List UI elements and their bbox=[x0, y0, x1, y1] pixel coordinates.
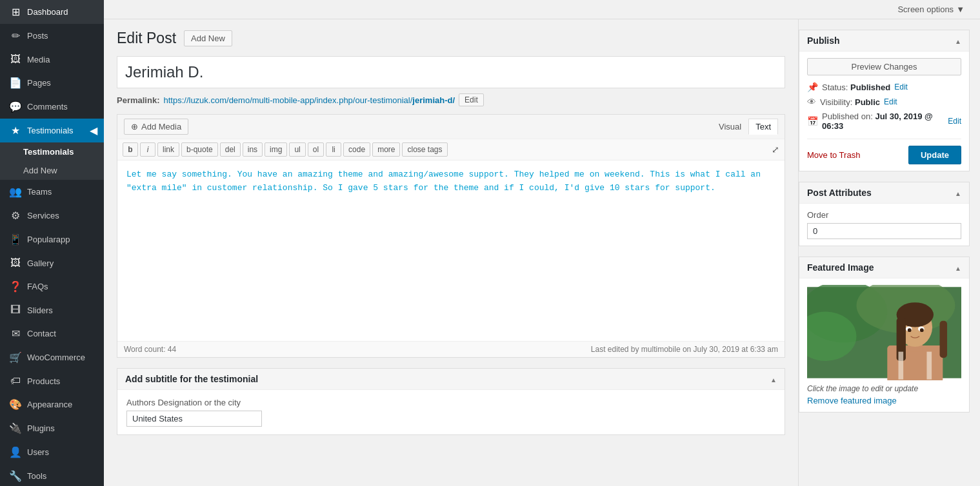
format-del-button[interactable]: del bbox=[220, 142, 241, 157]
appearance-icon: 🎨 bbox=[9, 398, 22, 411]
sidebar-item-contact[interactable]: ✉ Contact bbox=[0, 322, 104, 345]
post-title-input[interactable] bbox=[117, 56, 785, 88]
subtitle-field-label: Authors Designation or the city bbox=[126, 398, 775, 407]
fullscreen-button[interactable]: ⤢ bbox=[772, 144, 779, 155]
sidebar-sub-item-label: Add New bbox=[23, 166, 57, 175]
plugins-icon: 🔌 bbox=[9, 422, 22, 434]
subtitle-meta-box-header[interactable]: Add subtitle for the testimonial bbox=[117, 369, 785, 390]
publish-collapse-icon bbox=[955, 35, 961, 46]
visibility-edit-link[interactable]: Edit bbox=[884, 97, 897, 106]
published-on-edit-link[interactable]: Edit bbox=[948, 117, 961, 126]
sidebar-item-label: Posts bbox=[27, 31, 48, 41]
featured-image-thumbnail[interactable] bbox=[807, 285, 961, 380]
format-img-button[interactable]: img bbox=[265, 142, 287, 157]
remove-featured-image-link[interactable]: Remove featured image bbox=[807, 396, 961, 405]
sliders-icon: 🎞 bbox=[9, 304, 22, 316]
add-media-label: Add Media bbox=[141, 122, 181, 131]
services-icon: ⚙ bbox=[9, 209, 22, 222]
subtitle-field-input[interactable] bbox=[126, 411, 262, 427]
editor-toolbar-top: ⊕ Add Media Visual Text bbox=[117, 115, 785, 139]
publish-actions: Move to Trash Update bbox=[807, 139, 961, 164]
order-input[interactable] bbox=[807, 223, 961, 239]
subtitle-meta-box-body: Authors Designation or the city bbox=[117, 390, 785, 434]
format-bquote-button[interactable]: b-quote bbox=[181, 142, 218, 157]
dashboard-icon: ⊞ bbox=[9, 6, 22, 18]
format-close-tags-button[interactable]: close tags bbox=[402, 142, 447, 157]
sidebar-sub-item-add-new[interactable]: Add New bbox=[0, 161, 104, 180]
svg-point-13 bbox=[920, 328, 924, 332]
topbar: Screen options ▼ bbox=[104, 0, 980, 19]
format-li-button[interactable]: li bbox=[326, 142, 341, 157]
format-ins-button[interactable]: ins bbox=[243, 142, 263, 157]
published-on-label: Published on: Jul 30, 2019 @ 06:33 bbox=[822, 112, 944, 131]
sidebar-item-comments[interactable]: 💬 Comments bbox=[0, 95, 104, 119]
page-title: Edit Post bbox=[117, 30, 176, 47]
sidebar-item-label: FAQs bbox=[27, 282, 48, 291]
permalink-url[interactable]: https://luzuk.com/demo/multi-mobile-app/… bbox=[163, 95, 455, 105]
svg-point-12 bbox=[908, 328, 912, 332]
testimonials-submenu: Testimonials Add New bbox=[0, 142, 104, 180]
sidebar-item-products[interactable]: 🏷 Products bbox=[0, 369, 104, 393]
status-edit-link[interactable]: Edit bbox=[894, 83, 908, 92]
sidebar-item-woocommerce[interactable]: 🛒 WooCommerce bbox=[0, 345, 104, 369]
format-link-button[interactable]: link bbox=[157, 142, 179, 157]
sidebar-item-appearance[interactable]: 🎨 Appearance bbox=[0, 393, 104, 416]
post-attributes-header[interactable]: Post Attributes bbox=[799, 182, 969, 204]
sidebar-item-gallery[interactable]: 🖼 Gallery bbox=[0, 251, 104, 275]
sidebar-item-popularapp[interactable]: 📱 Popularapp bbox=[0, 228, 104, 251]
sidebar-item-tools[interactable]: 🔧 Tools bbox=[0, 464, 104, 486]
editor-area: Edit Post Add New Permalink: https://luz… bbox=[104, 19, 798, 486]
sidebar: ⊞ Dashboard ✏ Posts 🖼 Media 📄 Pages 💬 Co… bbox=[0, 0, 104, 486]
update-button[interactable]: Update bbox=[908, 146, 961, 164]
screen-options-chevron-icon: ▼ bbox=[956, 5, 965, 14]
sidebar-item-label: Sliders bbox=[27, 306, 53, 315]
add-new-button[interactable]: Add New bbox=[184, 30, 232, 46]
format-more-button[interactable]: more bbox=[372, 142, 400, 157]
sidebar-item-label: Popularapp bbox=[27, 235, 70, 244]
sidebar-sub-item-testimonials[interactable]: Testimonials bbox=[0, 142, 104, 161]
tab-text[interactable]: Text bbox=[748, 119, 778, 135]
sidebar-item-posts[interactable]: ✏ Posts bbox=[0, 24, 104, 48]
sidebar-item-faqs[interactable]: ❓ FAQs bbox=[0, 275, 104, 298]
format-ul-button[interactable]: ul bbox=[289, 142, 305, 157]
editor-text-highlight: Let me say something. You have an amazin… bbox=[126, 170, 761, 179]
preview-changes-button[interactable]: Preview Changes bbox=[807, 58, 961, 75]
format-ol-button[interactable]: ol bbox=[308, 142, 324, 157]
svg-rect-14 bbox=[898, 352, 903, 380]
permalink-bold-part: jerimiah-d/ bbox=[412, 95, 455, 105]
sidebar-item-label: Teams bbox=[27, 187, 52, 197]
sidebar-item-testimonials[interactable]: ★ Testimonials ◀ bbox=[0, 119, 104, 142]
sidebar-item-media[interactable]: 🖼 Media bbox=[0, 48, 104, 71]
calendar-icon: 📅 bbox=[807, 116, 818, 126]
post-attributes-title: Post Attributes bbox=[807, 188, 872, 198]
format-bold-button[interactable]: b bbox=[123, 142, 138, 157]
subtitle-collapse-icon bbox=[770, 374, 777, 384]
sidebar-item-sliders[interactable]: 🎞 Sliders bbox=[0, 298, 104, 322]
subtitle-meta-box-title: Add subtitle for the testimonial bbox=[125, 374, 258, 384]
sidebar-item-teams[interactable]: 👥 Teams bbox=[0, 180, 104, 204]
permalink-edit-button[interactable]: Edit bbox=[459, 93, 484, 106]
editor-footer: Word count: 44 Last edited by multimobil… bbox=[117, 341, 785, 357]
sidebar-item-label: Testimonials bbox=[27, 126, 74, 135]
teams-icon: 👥 bbox=[9, 186, 22, 198]
post-attributes-collapse-icon bbox=[955, 188, 961, 198]
screen-options-label: Screen options bbox=[897, 5, 954, 14]
editor-box: ⊕ Add Media Visual Text b i link b-quote… bbox=[117, 114, 785, 358]
screen-options-button[interactable]: Screen options ▼ bbox=[892, 2, 970, 17]
tab-visual[interactable]: Visual bbox=[712, 119, 748, 135]
sidebar-item-users[interactable]: 👤 Users bbox=[0, 440, 104, 464]
sidebar-item-pages[interactable]: 📄 Pages bbox=[0, 71, 104, 95]
featured-image-header[interactable]: Featured Image bbox=[799, 257, 969, 278]
format-italic-button[interactable]: i bbox=[140, 142, 155, 157]
sidebar-item-label: Gallery bbox=[27, 258, 54, 268]
add-media-button[interactable]: ⊕ Add Media bbox=[124, 119, 188, 135]
users-icon: 👤 bbox=[9, 446, 22, 458]
editor-content[interactable]: Let me say something. You have an amazin… bbox=[117, 160, 785, 341]
products-icon: 🏷 bbox=[9, 375, 22, 387]
sidebar-item-label: Media bbox=[27, 55, 50, 64]
format-code-button[interactable]: code bbox=[343, 142, 370, 157]
sidebar-item-services[interactable]: ⚙ Services bbox=[0, 204, 104, 228]
sidebar-item-plugins[interactable]: 🔌 Plugins bbox=[0, 416, 104, 440]
sidebar-item-dashboard[interactable]: ⊞ Dashboard bbox=[0, 0, 104, 24]
move-to-trash-link[interactable]: Move to Trash bbox=[807, 150, 860, 160]
